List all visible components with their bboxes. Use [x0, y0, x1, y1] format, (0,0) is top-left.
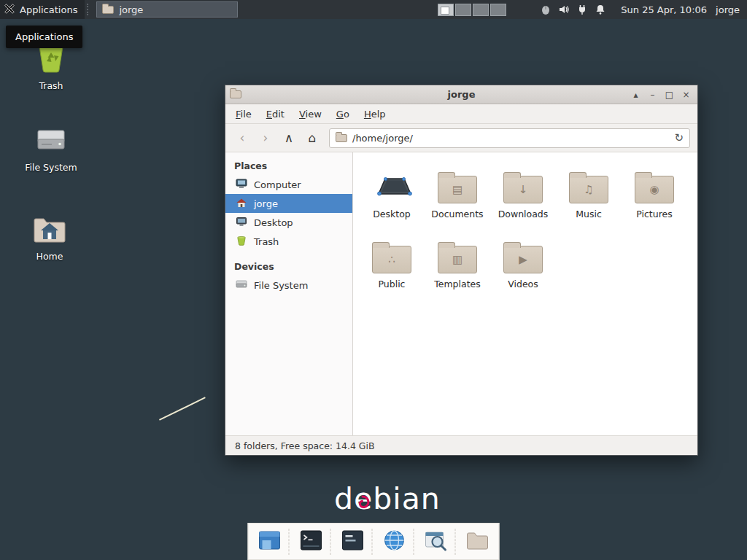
file-item-videos[interactable]: ▶ Videos [490, 233, 556, 303]
sidebar-item-label: File System [254, 280, 308, 291]
debian-logo-text: debian [334, 481, 441, 516]
reload-icon[interactable]: ↻ [670, 131, 684, 144]
menu-go[interactable]: Go [329, 106, 357, 122]
folder-icon: ▶ [503, 246, 543, 273]
workspace-3[interactable] [473, 4, 489, 16]
shade-button[interactable]: ▴ [629, 88, 643, 101]
console-launcher[interactable] [338, 526, 368, 558]
window-title: jorge [225, 89, 697, 100]
templates-emblem: ▥ [452, 254, 462, 265]
folder-icon: ▤ [438, 176, 477, 203]
desktop-icon-filesystem[interactable]: File System [19, 125, 83, 173]
desktop-icon-label: Trash [19, 80, 83, 91]
globe-icon [382, 527, 408, 556]
trash-icon [236, 236, 247, 248]
file-item-label: Music [576, 209, 602, 219]
magnifier-icon [423, 527, 449, 556]
clock[interactable]: Sun 25 Apr, 10:06 [612, 4, 716, 15]
dock-separator [455, 529, 459, 555]
hard-drive-icon [34, 147, 68, 158]
sidebar-item-computer[interactable]: Computer [225, 175, 352, 194]
sidebar-item-label: Trash [254, 236, 279, 247]
workspace-switcher[interactable] [438, 4, 506, 16]
sidebar-item-trash[interactable]: Trash [225, 232, 352, 251]
pictures-emblem: ◉ [649, 184, 659, 195]
desktop-icon-label: Home [18, 251, 82, 262]
file-manager-window: jorge ▴ – □ × File Edit View Go Help ‹ ›… [225, 85, 698, 456]
sidebar-item-filesystem[interactable]: File System [225, 276, 352, 295]
desktop-icon-home[interactable]: Home [18, 213, 82, 262]
back-button[interactable]: ‹ [233, 128, 252, 147]
web-browser-launcher[interactable] [379, 526, 410, 558]
desktop-icon [236, 217, 247, 229]
window-titlebar[interactable]: jorge ▴ – □ × [225, 85, 697, 104]
file-grid: Desktop ▤ Documents ↓ Downloads ♫ Music [353, 152, 697, 435]
sidebar-item-label: jorge [254, 198, 278, 209]
workspace-1[interactable] [438, 4, 454, 16]
up-button[interactable]: ∧ [279, 128, 298, 147]
console-icon [340, 527, 366, 556]
session-user-label[interactable]: jorge [716, 4, 747, 15]
workspace-4[interactable] [490, 4, 506, 16]
sidebar-item-label: Computer [254, 179, 301, 190]
terminal-launcher[interactable] [296, 526, 327, 558]
debian-logo: debian [334, 481, 441, 516]
file-item-label: Desktop [373, 209, 411, 219]
file-item-label: Videos [508, 279, 538, 289]
folder-icon: ◉ [635, 176, 674, 203]
workspace-2[interactable] [455, 4, 471, 16]
minimize-button[interactable]: – [646, 88, 659, 101]
sidebar-item-label: Desktop [254, 217, 293, 228]
notifications-icon[interactable] [595, 4, 606, 15]
show-desktop-button[interactable] [255, 526, 285, 558]
location-bar[interactable]: /home/jorge/ ↻ [329, 128, 690, 148]
dock-separator [414, 529, 417, 555]
power-icon[interactable] [576, 4, 588, 15]
home-button[interactable]: ⌂ [303, 128, 322, 147]
location-path[interactable]: /home/jorge/ [352, 133, 665, 144]
places-sidebar: Places Computer [225, 152, 353, 435]
trash-icon [34, 66, 68, 77]
windows-icon [257, 527, 283, 556]
file-item-music[interactable]: ♫ Music [556, 163, 622, 233]
app-finder-launcher[interactable] [421, 526, 452, 558]
sidebar-item-desktop[interactable]: Desktop [225, 213, 352, 232]
close-button[interactable]: × [679, 88, 693, 101]
home-folder-icon [31, 236, 68, 247]
file-item-desktop[interactable]: Desktop [359, 163, 425, 233]
menu-file[interactable]: File [228, 106, 259, 122]
menu-bar: File Edit View Go Help [225, 104, 697, 124]
file-item-label: Templates [434, 279, 481, 289]
file-item-downloads[interactable]: ↓ Downloads [490, 163, 556, 233]
taskbar-window-button[interactable]: jorge [96, 1, 238, 18]
file-item-pictures[interactable]: ◉ Pictures [622, 163, 687, 233]
file-item-label: Downloads [498, 209, 549, 219]
desktop-table-icon [371, 168, 412, 203]
hard-drive-icon [236, 279, 247, 291]
file-item-templates[interactable]: ▥ Templates [425, 233, 490, 303]
pointer-trail [159, 397, 206, 420]
videos-emblem: ▶ [519, 254, 527, 265]
applications-menu-label: Applications [20, 4, 77, 15]
dock-separator [372, 529, 376, 555]
file-item-public[interactable]: ∴ Public [359, 233, 425, 303]
mouse-icon[interactable] [540, 4, 551, 15]
folder-icon [336, 134, 347, 142]
sidebar-item-jorge[interactable]: jorge [225, 194, 352, 213]
home-icon [236, 198, 247, 210]
maximize-button[interactable]: □ [662, 88, 676, 101]
applications-menu-button[interactable]: Applications [0, 0, 85, 19]
folder-icon [465, 527, 491, 556]
debian-swirl-icon [352, 484, 371, 519]
menu-edit[interactable]: Edit [259, 106, 292, 122]
taskbar-window-label: jorge [119, 4, 143, 15]
menu-view[interactable]: View [292, 106, 329, 122]
volume-icon[interactable] [558, 4, 570, 15]
folder-icon: ∴ [372, 246, 411, 273]
dock-separator [289, 529, 293, 555]
forward-button[interactable]: › [256, 128, 275, 147]
file-item-documents[interactable]: ▤ Documents [425, 163, 490, 233]
menu-help[interactable]: Help [357, 106, 393, 122]
file-manager-launcher[interactable] [462, 526, 493, 558]
music-emblem: ♫ [584, 184, 593, 195]
